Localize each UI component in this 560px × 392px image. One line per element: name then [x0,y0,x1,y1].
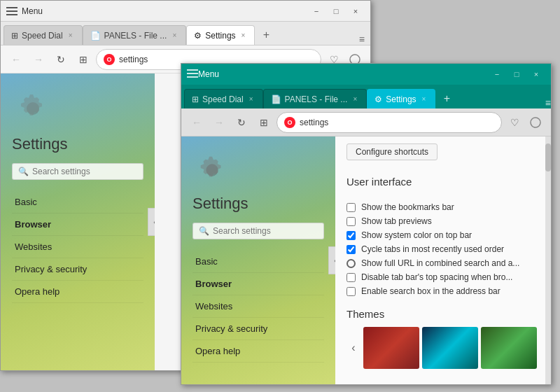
back-tab-panels-close[interactable]: × [170,31,178,40]
front-panels-icon: 📄 [271,94,281,104]
back-back-button[interactable]: ← [6,50,26,69]
back-title-bar: Menu − □ × [1,1,370,22]
front-forward-button[interactable]: → [209,113,229,132]
checkbox-tab-previews[interactable]: Show tab previews [346,214,540,228]
front-url-bar[interactable]: O settings [276,112,502,133]
back-menu-icon[interactable]: ≡ [354,34,370,45]
front-settings-layout: Settings 🔍 Basic Browser Websites Privac… [181,136,551,384]
front-nav-websites[interactable]: Websites [192,295,324,318]
front-settings-sidebar: Settings 🔍 Basic Browser Websites Privac… [181,136,335,384]
svg-rect-2 [6,14,18,15]
opera-logo-front: O [284,117,295,128]
radio-full-url-dot [346,259,356,268]
back-nav-basic[interactable]: Basic [12,191,144,214]
front-shield-button[interactable] [526,113,545,132]
theme-teal-glow[interactable] [422,327,478,369]
checkbox-system-color-input[interactable] [346,231,356,240]
back-tab-settings[interactable]: ⚙ Settings × [186,25,255,45]
front-tab-panels[interactable]: 📄 PANELS - File ... × [263,89,368,108]
back-gear-icon [12,88,54,130]
radio-disable-spacing[interactable]: Disable tab bar's top spacing when bro..… [346,270,540,284]
back-nav-privacy[interactable]: Privacy & security [12,258,144,281]
front-window-controls: − □ × [488,67,545,81]
front-nav-help[interactable]: Opera help [192,340,324,363]
front-scrollbar-thumb[interactable] [545,144,551,172]
front-search-icon: 🔍 [199,226,209,236]
back-minimize-button[interactable]: − [307,4,326,18]
back-grid-button[interactable]: ⊞ [74,50,93,69]
front-nav-browser[interactable]: Browser [192,273,324,295]
back-tab-bar: ⊞ Speed Dial × 📄 PANELS - File ... × ⚙ S… [1,22,370,46]
back-reload-button[interactable]: ↻ [51,50,71,69]
front-window: Menu − □ × ⊞ Speed Dial × 📄 PANELS - Fil… [181,63,552,385]
theme-green-forest[interactable] [481,327,537,369]
front-search-input[interactable] [213,226,318,236]
themes-section: Themes ‹ [346,308,540,369]
themes-title: Themes [346,308,540,320]
front-heart-button[interactable]: ♡ [505,113,524,132]
back-tab-settings-close[interactable]: × [239,31,248,40]
configure-shortcuts-btn[interactable]: Configure shortcuts [346,144,540,169]
radio-disable-spacing-input[interactable] [346,273,356,282]
checkbox-cycle-tabs[interactable]: Cycle tabs in most recently used order [346,242,540,256]
back-window-icon [6,6,18,17]
front-back-button[interactable]: ← [187,113,206,132]
svg-rect-4 [187,69,198,71]
back-maximize-button[interactable]: □ [327,4,345,18]
front-tab-speeddial[interactable]: ⊞ Speed Dial × [184,89,263,108]
front-tab-speeddial-close[interactable]: × [247,94,255,104]
checkbox-cycle-tabs-input[interactable] [346,245,356,254]
back-forward-button[interactable]: → [29,50,48,69]
back-nav-browser[interactable]: Browser [12,214,144,236]
front-nav-icons: ♡ [505,113,545,132]
back-nav-items: Basic Browser Websites Privacy & securit… [12,191,144,303]
front-close-button[interactable]: × [527,67,545,81]
svg-rect-1 [6,10,18,12]
back-settings-sidebar: Settings 🔍 Basic Browser Websites Privac… [1,74,155,370]
svg-rect-5 [187,73,198,74]
front-reload-button[interactable]: ↻ [232,113,251,132]
radio-search-box[interactable]: Enable search box in the address bar [346,284,540,298]
back-tab-speeddial-close[interactable]: × [66,31,75,40]
themes-prev-button[interactable]: ‹ [346,327,360,369]
front-maximize-button[interactable]: □ [507,67,526,81]
front-tab-bar: ⊞ Speed Dial × 📄 PANELS - File ... × ⚙ S… [181,85,551,108]
front-nav-basic[interactable]: Basic [192,251,324,273]
theme-dark-red[interactable] [363,327,419,369]
back-sidebar-handle[interactable]: ‹ [148,208,155,236]
back-search-input[interactable] [32,167,137,176]
front-tab-settings-close[interactable]: × [420,94,428,104]
checkbox-tab-previews-input[interactable] [346,217,356,226]
checkbox-bookmarks-bar-input[interactable] [346,203,356,212]
speeddial-icon: ⊞ [11,31,18,41]
checkbox-system-color[interactable]: Show system color on top bar [346,228,540,242]
front-nav-bar: ← → ↻ ⊞ O settings ♡ [181,108,551,136]
front-nav-items: Basic Browser Websites Privacy & securit… [192,251,324,363]
back-new-tab-button[interactable]: + [256,25,276,45]
front-grid-button[interactable]: ⊞ [254,113,274,132]
back-search-box[interactable]: 🔍 [12,163,144,180]
svg-point-7 [531,118,540,127]
back-search-icon: 🔍 [18,167,29,176]
front-nav-privacy[interactable]: Privacy & security [192,318,324,340]
front-search-box[interactable]: 🔍 [192,223,324,239]
front-menu-icon[interactable]: ≡ [545,97,551,108]
front-sidebar-handle[interactable]: ‹ [328,246,335,274]
front-tab-panels-close[interactable]: × [351,94,359,104]
front-window-title: Menu [198,69,488,79]
front-new-tab-button[interactable]: + [437,89,456,108]
front-minimize-button[interactable]: − [488,67,506,81]
front-window-icon [187,68,198,81]
front-settings-title: Settings [192,195,324,213]
back-nav-websites[interactable]: Websites [12,236,144,258]
ui-section-title: User interface [346,176,540,192]
checkbox-bookmarks-bar[interactable]: Show the bookmarks bar [346,200,540,214]
radio-full-url[interactable]: Show full URL in combined search and a..… [346,256,540,270]
front-tab-settings[interactable]: ⚙ Settings × [367,89,435,108]
radio-search-box-input[interactable] [346,287,356,296]
back-tab-speeddial[interactable]: ⊞ Speed Dial × [4,25,83,45]
back-close-button[interactable]: × [346,4,365,18]
back-nav-help[interactable]: Opera help [12,281,144,303]
back-tab-panels[interactable]: 📄 PANELS - File ... × [83,25,187,45]
front-scrollbar[interactable] [545,136,551,384]
